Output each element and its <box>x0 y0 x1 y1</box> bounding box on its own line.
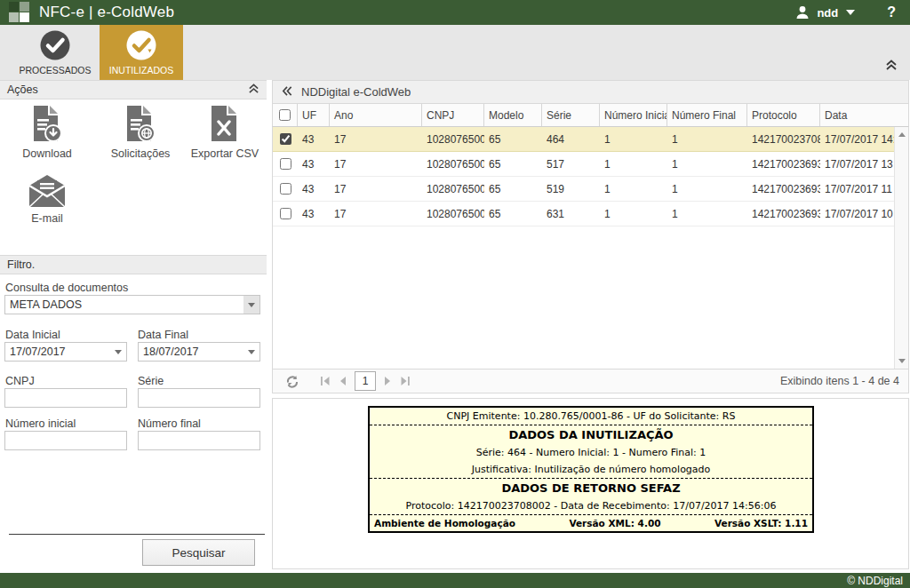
email-button[interactable]: E-mail <box>12 173 82 225</box>
column-header-serie[interactable]: Série <box>542 104 600 126</box>
copyright-text: © NDDigital <box>847 575 903 587</box>
cnpj-label: CNPJ <box>5 375 35 387</box>
first-page-button[interactable] <box>319 376 331 386</box>
nddigital-logo-icon <box>9 2 30 23</box>
column-header-cnpj[interactable]: CNPJ <box>422 104 484 126</box>
row-checkbox[interactable] <box>280 133 291 145</box>
select-all-checkbox[interactable] <box>279 109 291 121</box>
serie-input[interactable] <box>138 388 260 408</box>
grid-body: 43 17 10280765000186 65 464 1 1 14217002… <box>272 127 909 369</box>
cell-serie: 519 <box>542 183 600 195</box>
numero-final-label: Número final <box>138 417 201 430</box>
cell-protocolo: 142170023708002 <box>747 133 820 146</box>
previous-page-button[interactable] <box>339 376 347 386</box>
table-row[interactable]: 43 17 10280765000186 65 464 1 1 14217002… <box>273 127 894 152</box>
cell-ano: 17 <box>330 133 422 146</box>
column-header-data[interactable]: Data <box>820 104 894 126</box>
download-label: Download <box>22 147 72 160</box>
numero-inicial-input[interactable] <box>4 431 127 450</box>
grid-titlebar: NDDigital e-ColdWeb <box>272 80 909 104</box>
column-header-numero-inicial[interactable]: Número Inicial <box>600 104 667 126</box>
data-inicial-label: Data Inicial <box>5 329 60 341</box>
help-button[interactable]: ? <box>887 4 896 20</box>
cell-serie: 464 <box>542 133 600 146</box>
collapse-left-button[interactable] <box>281 85 293 99</box>
vertical-scrollbar[interactable] <box>894 127 908 369</box>
download-button[interactable]: Download <box>12 105 82 160</box>
row-checkbox[interactable] <box>280 158 291 170</box>
download-document-icon <box>31 105 63 144</box>
consulta-label: Consulta de documentos <box>5 282 128 294</box>
grid-title: NDDigital e-ColdWeb <box>301 85 411 99</box>
data-inicial-field[interactable]: 17/07/2017 <box>4 342 127 362</box>
scroll-down-icon[interactable] <box>898 359 906 363</box>
table-row[interactable]: 43 17 10280765000186 65 517 1 1 14217002… <box>273 152 894 177</box>
filter-divider <box>9 534 265 535</box>
cell-cnpj: 10280765000186 <box>422 208 484 220</box>
chevron-down-icon <box>846 10 855 15</box>
double-chevron-left-icon <box>281 85 293 97</box>
toolbar-collapse-button[interactable] <box>885 59 898 75</box>
cell-numero-final: 1 <box>667 208 747 220</box>
scroll-up-icon[interactable] <box>898 132 906 137</box>
pagination-status: Exibindo itens 1 - 4 de 4 <box>780 375 899 387</box>
cell-uf: 43 <box>298 208 330 220</box>
cell-ano: 17 <box>330 208 422 220</box>
row-checkbox[interactable] <box>280 208 291 219</box>
consulta-select[interactable]: META DADOS <box>4 295 260 314</box>
document-preview-pane: CNPJ Emitente: 10.280.765/0001-86 - UF d… <box>272 398 909 569</box>
cell-numero-final: 1 <box>667 183 747 195</box>
user-icon <box>794 4 810 20</box>
tab-inutilizados[interactable]: INUTILIZADOS <box>100 25 183 80</box>
cell-serie: 517 <box>542 158 600 171</box>
previous-page-icon <box>339 376 347 386</box>
exportar-csv-button[interactable]: Exportar CSV <box>187 105 263 160</box>
pesquisar-button[interactable]: Pesquisar <box>142 539 255 566</box>
numero-final-input[interactable] <box>138 431 260 450</box>
cell-modelo: 65 <box>484 133 542 146</box>
doc-section1-line1: Série: 464 - Numero Inicial: 1 - Numero … <box>370 444 812 461</box>
cell-numero-inicial: 1 <box>600 208 667 220</box>
page-number-input[interactable]: 1 <box>355 371 376 391</box>
cell-uf: 43 <box>298 133 330 146</box>
tab-processados[interactable]: PROCESSADOS <box>12 25 98 80</box>
cnpj-input[interactable] <box>4 388 127 408</box>
serie-label: Série <box>138 375 164 387</box>
data-final-field[interactable]: 18/07/2017 <box>138 342 260 362</box>
export-csv-document-icon <box>210 105 240 144</box>
app-footer: © NDDigital <box>0 573 910 588</box>
next-page-button[interactable] <box>383 376 392 386</box>
left-panel: Ações Download <box>0 80 267 573</box>
refresh-button[interactable] <box>285 374 299 388</box>
cell-numero-inicial: 1 <box>600 133 667 146</box>
table-row[interactable]: 43 17 10280765000186 65 519 1 1 14217002… <box>273 177 894 202</box>
cell-uf: 43 <box>298 158 330 171</box>
tab-processados-label: PROCESSADOS <box>19 65 91 75</box>
cell-modelo: 65 <box>484 208 542 220</box>
doc-section2-line1: Protocolo: 142170023708002 - Data de Rec… <box>370 497 812 514</box>
cell-cnpj: 10280765000186 <box>422 183 484 195</box>
column-header-ano[interactable]: Ano <box>330 104 422 126</box>
check-circle-icon <box>38 28 72 62</box>
column-header-numero-final[interactable]: Número Final <box>667 104 747 126</box>
check-circle-warning-icon <box>124 28 158 62</box>
last-page-icon <box>399 376 411 386</box>
grid-header-row: UF Ano CNPJ Modelo Série Número Inicial … <box>272 104 909 127</box>
exportar-csv-label: Exportar CSV <box>191 147 259 160</box>
column-header-modelo[interactable]: Modelo <box>484 104 542 126</box>
first-page-icon <box>319 376 331 386</box>
user-menu-button[interactable]: ndd <box>794 4 855 20</box>
actions-collapse-button[interactable] <box>248 83 259 97</box>
row-checkbox[interactable] <box>280 183 291 195</box>
email-envelope-icon <box>28 173 67 209</box>
double-chevron-up-icon <box>885 60 898 71</box>
solicitacoes-button[interactable]: Solicitações <box>100 105 181 160</box>
chevron-down-icon <box>243 296 259 314</box>
doc-section1-line2: Justificativa: Inutilização de número ho… <box>370 461 812 478</box>
column-header-protocolo[interactable]: Protocolo <box>747 104 820 126</box>
last-page-button[interactable] <box>399 376 411 386</box>
cell-serie: 631 <box>542 208 600 220</box>
table-row[interactable]: 43 17 10280765000186 65 631 1 1 14217002… <box>273 202 894 226</box>
data-inicial-value: 17/07/2017 <box>5 346 110 358</box>
column-header-uf[interactable]: UF <box>298 104 330 126</box>
